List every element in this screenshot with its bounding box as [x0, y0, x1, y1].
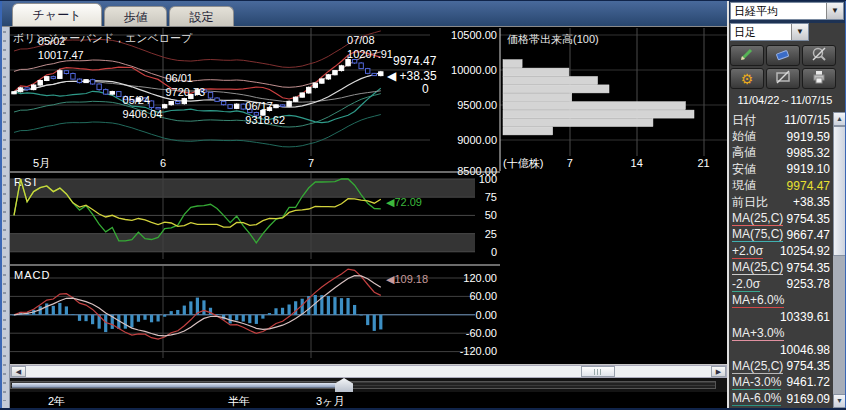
date-range-label: 11/04/22～11/07/15 — [729, 93, 841, 108]
printer-icon — [811, 69, 827, 89]
quote-row-value: 10339.61 — [780, 310, 830, 324]
svg-text:MACD: MACD — [14, 269, 50, 281]
quote-row: MA(25,C)9754.35 — [729, 358, 832, 374]
quote-row: MA-3.0%9461.72 — [729, 374, 832, 390]
quote-row-label: MA(25,C) — [732, 359, 783, 374]
quote-row: MA+6.0% — [729, 292, 832, 308]
quote-row-label: 現値 — [732, 177, 756, 194]
quote-row-label: MA+6.0% — [732, 293, 784, 308]
range-label-2[interactable]: 半年 — [228, 394, 250, 409]
quote-row-value: 9985.32 — [787, 146, 830, 160]
zoom-off-icon — [811, 46, 827, 66]
quote-row-label: 安値 — [732, 161, 756, 178]
eraser-icon — [775, 46, 791, 66]
screen-off-button[interactable] — [766, 68, 800, 89]
range-label-1[interactable]: 2年 — [48, 394, 65, 409]
tab-3[interactable]: 設定 — [169, 6, 234, 26]
scroll-right-button[interactable]: ▶ — [711, 366, 726, 377]
interval-value: 日足 — [731, 24, 791, 40]
svg-text:-60.00: -60.00 — [466, 327, 497, 339]
svg-text:10207.91: 10207.91 — [347, 48, 393, 60]
range-label-3[interactable]: 3ヶ月 — [316, 394, 344, 409]
svg-text:14: 14 — [631, 157, 643, 169]
chart-canvas[interactable]: 価格帯出来高(100)(十億株)7142105/0210017.4705/249… — [10, 28, 727, 365]
thumb-grip — [594, 369, 603, 375]
quote-row: MA(25,C)9754.35 — [729, 210, 832, 226]
svg-text:7: 7 — [567, 157, 573, 169]
printer-button[interactable] — [802, 68, 836, 89]
screen-off-icon — [775, 69, 791, 89]
svg-text:10500.00: 10500.00 — [451, 29, 497, 41]
quote-row: MA(75,C)9667.47 — [729, 227, 832, 243]
quote-row: MA(25,C)9754.35 — [729, 260, 832, 276]
svg-text:◀72.09: ◀72.09 — [386, 196, 422, 208]
svg-text:5月: 5月 — [33, 157, 50, 169]
period-slider-track[interactable] — [10, 381, 716, 389]
interval-combobox[interactable]: 日足 ▼ — [730, 23, 809, 41]
quote-row-label: -2.0σ — [732, 277, 760, 292]
quote-row: -2.0σ9253.78 — [729, 276, 832, 292]
quote-row-label: MA+3.0% — [732, 326, 784, 341]
svg-text:05/24: 05/24 — [123, 94, 151, 106]
quote-row-label: 始値 — [732, 128, 756, 145]
quote-row: MA-6.0%9169.09 — [729, 391, 832, 407]
svg-text:9974.47: 9974.47 — [393, 54, 437, 68]
svg-text:10000.00: 10000.00 — [451, 64, 497, 76]
quote-row-label: +2.0σ — [732, 244, 763, 259]
svg-text:9406.04: 9406.04 — [123, 108, 163, 120]
quote-row-label: 日付 — [732, 112, 756, 129]
settings-gear-button[interactable]: ⚙ — [730, 68, 764, 89]
splitter-ticks — [3, 31, 6, 401]
quote-row: 日付11/07/15 — [729, 112, 832, 128]
quote-row: 10339.61 — [729, 309, 832, 325]
svg-text:60.00: 60.00 — [469, 290, 497, 302]
svg-text:-120.00: -120.00 — [460, 345, 497, 357]
quote-row-value: 9754.35 — [787, 261, 830, 275]
svg-text:21: 21 — [697, 157, 709, 169]
symbol-combobox[interactable]: 日経平均 ▼ — [730, 2, 844, 20]
svg-text:ボリンジャーバンド，エンベロープ: ボリンジャーバンド，エンベロープ — [13, 32, 193, 44]
svg-text:0.00: 0.00 — [476, 309, 497, 321]
tab-2[interactable]: 歩値 — [104, 6, 167, 26]
svg-text:0: 0 — [491, 246, 497, 258]
zoom-off-button[interactable] — [802, 45, 836, 66]
chart-hscrollbar[interactable]: ◀ ▶ — [10, 365, 727, 378]
quote-row: 始値9919.59 — [729, 128, 832, 144]
svg-text:25: 25 — [485, 228, 497, 240]
quote-row: 10046.98 — [729, 341, 832, 357]
svg-text:9000.00: 9000.00 — [457, 134, 497, 146]
symbol-value: 日経平均 — [731, 3, 826, 19]
quote-row-value: 9754.35 — [787, 212, 830, 226]
quote-row-label: MA(25,C) — [732, 260, 783, 275]
svg-text:50: 50 — [485, 209, 497, 221]
app-window: チャート歩値設定 価格帯出来高(100)(十億株)7142105/0210017… — [0, 0, 846, 410]
quote-row: MA+3.0% — [729, 325, 832, 341]
scroll-left-button[interactable]: ◀ — [11, 366, 26, 377]
quote-row-value: 9974.47 — [787, 179, 830, 193]
quote-row: +2.0σ10254.92 — [729, 243, 832, 259]
svg-text:100: 100 — [479, 173, 497, 185]
svg-text:06/01: 06/01 — [165, 72, 193, 84]
eraser-button[interactable] — [766, 45, 800, 66]
quote-row-value: +38.35 — [793, 195, 830, 209]
period-slider[interactable] — [10, 378, 727, 392]
quote-row-value: 9667.47 — [787, 228, 830, 242]
chevron-down-icon[interactable]: ▼ — [826, 3, 843, 19]
quote-row-value: 10254.92 — [780, 244, 830, 258]
tab-1[interactable]: チャート — [12, 3, 102, 26]
quote-row-value: 9253.78 — [787, 277, 830, 291]
svg-text:◀109.18: ◀109.18 — [386, 273, 428, 285]
window-border-left — [0, 0, 2, 410]
pencil-button[interactable] — [730, 45, 764, 66]
tab-bar: チャート歩値設定 — [0, 0, 728, 27]
quote-row-label: 前日比 — [732, 194, 768, 211]
svg-text:(十億株): (十億株) — [503, 157, 543, 169]
quote-row: 安値9919.10 — [729, 161, 832, 177]
period-slider-fill — [12, 383, 344, 388]
window-border-top — [0, 0, 846, 1]
hscroll-thumb[interactable] — [581, 366, 615, 377]
pencil-icon — [739, 46, 755, 66]
chevron-down-icon[interactable]: ▼ — [791, 24, 808, 40]
quote-row: 前日比+38.35 — [729, 194, 832, 210]
svg-text:06/17: 06/17 — [245, 100, 273, 112]
